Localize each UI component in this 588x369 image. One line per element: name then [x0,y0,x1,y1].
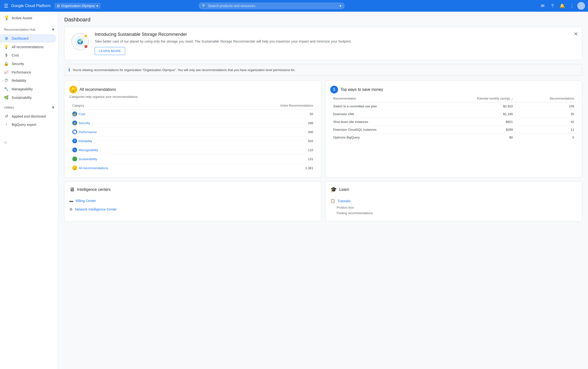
rec-count: 502 [197,137,316,145]
sidebar-item-label: Performance [12,70,31,74]
category-link[interactable]: 🔧 Manageability [72,147,194,152]
recommendation-hub-section[interactable]: Recommendation Hub ▾ [0,24,58,34]
table-row: 🔧 Manageability 110 [69,145,316,154]
table-row: 📈 Performance 300 [69,128,316,137]
banner-illustration: 🌍 [70,32,90,51]
nav-icons: ✉ ? 🔔 ⋮ [538,1,585,10]
email-icon[interactable]: ✉ [538,1,547,10]
sidebar-item-cost[interactable]: $ Cost [0,51,56,59]
banner-description: Take better care of our planet by using … [95,39,576,44]
sidebar-item-manageability[interactable]: 🔧 Manageability [0,85,56,93]
search-input[interactable] [208,4,338,8]
savings-recommendation[interactable]: Downsize VMs [330,110,431,118]
notifications-icon[interactable]: 🔔 [558,1,567,10]
learn-more-button[interactable]: LEARN MORE [95,47,125,55]
search-bar[interactable]: 🔍 ▾ [199,2,345,9]
brand-logo: Google Cloud Platform [11,4,51,8]
utilities-section[interactable]: Utilities ▾ [0,102,58,112]
network-intelligence-item[interactable]: ⊕ Network Intelligence Center [69,205,316,214]
tutorials-item[interactable]: 📋 Tutorials [330,197,577,205]
close-banner-button[interactable]: ✕ [574,31,578,37]
sidebar-item-all-recommendations[interactable]: 💡 All recommendations [0,43,56,51]
table-row: Switch to a committed use plan $2,910 15… [330,102,577,110]
rec-count: 50 [197,110,316,119]
col-active: Active Recommendations [197,102,316,110]
category-link[interactable]: 📈 Performance [72,130,194,134]
rec-count: 110 [197,145,316,154]
dashboard-icon: ⊞ [4,36,9,41]
sidebar-item-label: All recommendations [12,45,44,49]
billing-center-icon: ▬ [69,199,73,203]
savings-recommendation[interactable]: Shut down idle instances [330,118,431,126]
network-intelligence-icon: ⊕ [69,207,72,212]
top-navigation: ☰ Google Cloud Platform ⊞ Organization O… [0,0,588,12]
cost-icon: $ [4,53,9,57]
rec-count: 1,381 [197,164,316,173]
savings-count: 11 [516,126,577,134]
category-link[interactable]: 🌿 Sustainability [72,156,194,161]
category-link[interactable]: 💰 Cost [72,112,194,116]
org-icon: ⊞ [57,4,60,8]
sidebar-item-label: BigQuery export [12,123,36,127]
sidebar-item-label: Manageability [12,87,33,91]
help-icon[interactable]: ? [548,1,557,10]
savings-amount: $2,910 [431,102,516,110]
banner-title: Introducing Sustainable Storage Recommen… [95,32,576,37]
rec-count: 288 [197,119,316,128]
sidebar-item-reliability[interactable]: ⏱ Reliability [0,76,56,85]
intelligence-centers-title: Intelligence centers [77,187,111,192]
savings-count: 159 [516,102,577,110]
learn-icon: 🎓 [330,186,337,193]
sidebar-collapse-button[interactable]: ◁ [0,138,58,146]
manageability-icon: 🔧 [4,87,9,91]
all-recommendations-card-subtitle: Categories help organize your recommenda… [69,95,316,99]
sidebar-item-label: Dashboard [12,37,29,41]
category-link[interactable]: 💡 All recommendations [72,165,194,170]
active-assist-icon: 💡 [4,15,9,20]
all-recommendations-icon: 💡 [4,45,9,49]
sidebar-item-performance[interactable]: 📈 Performance [0,68,56,76]
col-category: Category [69,102,197,110]
rec-count: 131 [197,154,316,164]
utilities-label: Utilities [4,106,14,109]
sidebar-item-dashboard[interactable]: ⊞ Dashboard [0,34,56,43]
savings-amount: $1,190 [431,110,516,118]
tutorials-icon: 📋 [330,199,335,203]
more-options-icon[interactable]: ⋮ [568,1,576,10]
recommendation-hub-label: Recommendation Hub [4,28,35,31]
page-layout: 💡 Active Assist Recommendation Hub ▾ ⊞ D… [0,12,588,369]
sidebar-item-sustainability[interactable]: 🌿 Sustainability [0,93,56,102]
all-recommendations-card: 💡 All recommendations Categories help or… [64,81,321,177]
user-avatar[interactable] [577,2,585,10]
savings-recommendation[interactable]: Switch to a committed use plan [330,102,431,110]
sidebar-item-label: Sustainability [12,96,32,100]
table-row: Downsize VMs $1,190 35 [330,110,577,118]
sidebar-item-applied-dismissed[interactable]: ↺ Applied and dismissed [0,112,56,121]
storage-icon: 🌍 [71,33,89,50]
intelligence-centers-header: 🖥 Intelligence centers [69,186,316,193]
top-ways-save-header: $ Top ways to save money [330,86,577,93]
info-icon: ℹ [68,67,70,72]
sustainability-icon: 🌿 [4,95,9,100]
sidebar-item-bigquery-export[interactable]: ↑ BigQuery export [0,121,56,129]
table-row: Shut down idle instances $921 42 [330,118,577,126]
sidebar: 💡 Active Assist Recommendation Hub ▾ ⊞ D… [0,12,58,369]
savings-amount: $0 [431,134,516,141]
category-link[interactable]: 🔒 Security [72,121,194,125]
menu-button[interactable]: ☰ [3,2,9,10]
top-ways-save-card: $ Top ways to save money Recommendation … [325,81,582,177]
savings-recommendation[interactable]: Optimize BigQuery [330,134,431,141]
main-content: Dashboard 🌍 Introducing Sustainable Stor… [58,12,588,369]
recommendations-table: Category Active Recommendations 💰 Cost 5… [69,102,316,172]
billing-center-item[interactable]: ▬ Billing Center [69,197,316,205]
recommendation-hub-chevron-icon: ▾ [52,27,54,32]
savings-amount: $299 [431,126,516,134]
org-selector[interactable]: ⊞ Organization Olympus ▾ [54,3,101,9]
cards-row: 💡 All recommendations Categories help or… [64,81,582,177]
sidebar-item-security[interactable]: 🔒 Security [0,59,56,68]
banner: 🌍 Introducing Sustainable Storage Recomm… [64,27,582,60]
category-link[interactable]: ⏱ Reliability [72,138,194,143]
table-row: Downsize CloudSQL instances $299 11 [330,126,577,134]
network-intelligence-label: Network Intelligence Center [75,207,117,211]
savings-recommendation[interactable]: Downsize CloudSQL instances [330,126,431,134]
